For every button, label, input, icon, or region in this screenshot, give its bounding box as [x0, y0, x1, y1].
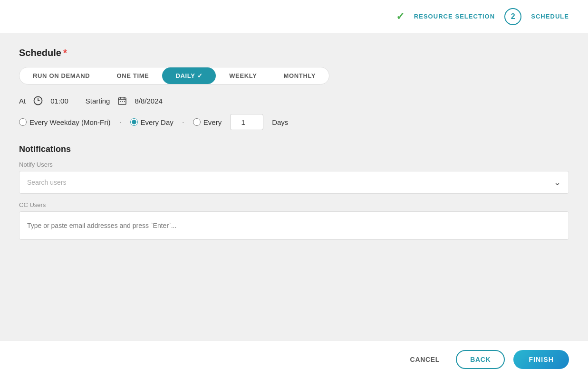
calendar-icon — [117, 96, 127, 105]
recurrence-row: Every Weekday (Mon-Fri) · Every Day · Ev… — [19, 114, 569, 130]
starting-label: Starting — [86, 97, 110, 105]
schedule-title-text: Schedule — [19, 47, 61, 58]
cancel-button[interactable]: CANCEL — [403, 351, 448, 368]
every-label: Every — [203, 118, 222, 126]
radio-every-weekday[interactable] — [19, 118, 27, 126]
cc-users-label: CC Users — [19, 201, 569, 208]
tab-one-time[interactable]: ONE TIME — [103, 67, 162, 84]
chevron-down-icon: ⌄ — [554, 177, 561, 188]
dot-separator: · — [119, 118, 122, 126]
dot-separator-2: · — [182, 118, 184, 126]
top-nav: ✓ RESOURCE SELECTION 2 SCHEDULE — [0, 0, 588, 33]
radio-every-day[interactable] — [130, 118, 138, 126]
option-every-n[interactable]: Every — [193, 118, 222, 126]
every-weekday-label: Every Weekday (Mon-Fri) — [29, 118, 111, 126]
notify-users-label: Notify Users — [19, 161, 569, 168]
at-label: At — [19, 97, 26, 105]
tab-weekly[interactable]: WEEKLY — [216, 67, 270, 84]
main-content: Schedule * RUN ON DEMAND ONE TIME DAILY … — [0, 33, 588, 340]
search-users-placeholder: Search users — [27, 179, 66, 186]
finish-button[interactable]: FINISH — [513, 350, 569, 369]
days-label: Days — [272, 118, 288, 126]
check-icon: ✓ — [396, 10, 405, 23]
resource-selection-label: RESOURCE SELECTION — [414, 13, 495, 20]
schedule-tabs: RUN ON DEMAND ONE TIME DAILY ✓ WEEKLY MO… — [19, 67, 329, 85]
required-star: * — [63, 47, 67, 58]
tab-monthly[interactable]: MONTHLY — [270, 67, 329, 84]
schedule-label: SCHEDULE — [531, 13, 569, 20]
time-value: 01:00 — [50, 97, 68, 105]
svg-rect-3 — [118, 98, 126, 104]
every-day-label: Every Day — [141, 118, 174, 126]
notify-users-dropdown[interactable]: Search users ⌄ — [19, 171, 569, 194]
footer: CANCEL BACK FINISH — [0, 340, 588, 378]
cc-users-input[interactable] — [19, 211, 569, 240]
back-button[interactable]: BACK — [456, 350, 505, 369]
time-row: At 01:00 Starting 8/8/2024 — [19, 96, 569, 105]
option-every-weekday[interactable]: Every Weekday (Mon-Fri) — [19, 118, 111, 126]
every-n-input[interactable] — [230, 114, 263, 130]
tab-daily[interactable]: DAILY ✓ — [162, 67, 216, 84]
date-value: 8/8/2024 — [135, 97, 162, 105]
schedule-section-title: Schedule * — [19, 47, 569, 58]
tab-run-on-demand[interactable]: RUN ON DEMAND — [19, 67, 103, 84]
notifications-title: Notifications — [19, 144, 569, 154]
clock-icon — [33, 96, 43, 105]
option-every-day[interactable]: Every Day — [130, 118, 174, 126]
step-circle: 2 — [504, 8, 521, 25]
radio-every-n[interactable] — [193, 118, 201, 126]
